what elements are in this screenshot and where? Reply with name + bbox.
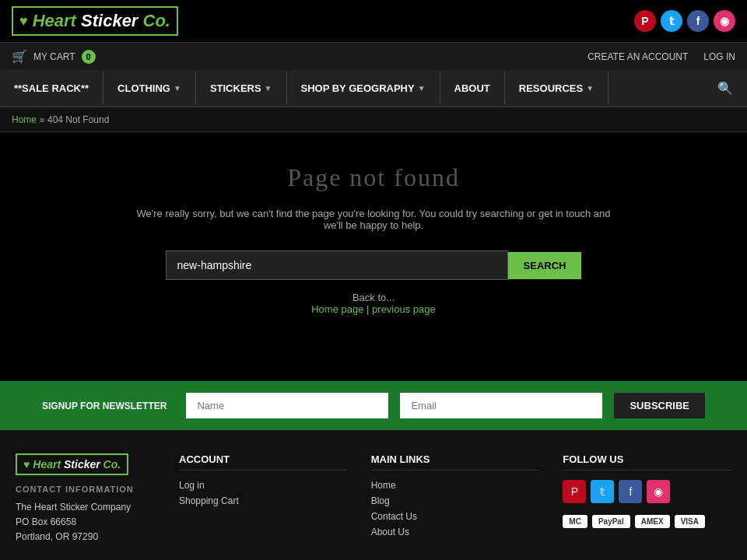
search-row: SEARCH (16, 250, 731, 280)
logo-text: Heart Sticker Co. (33, 11, 170, 31)
previous-page-link[interactable]: previous page (372, 303, 436, 315)
footer-account-section: ACCOUNT Log in Shopping Cart (179, 453, 348, 545)
newsletter-name-input[interactable] (186, 393, 388, 418)
newsletter-label: SIGNUP FOR NEWSLETTER (42, 401, 167, 411)
pinterest-icon[interactable]: P (634, 10, 656, 32)
home-page-link[interactable]: Home page (311, 303, 363, 315)
footer-instagram-icon[interactable]: ◉ (647, 480, 670, 503)
follow-icons: P 𝕥 f ◉ (563, 480, 731, 503)
heart-icon: ♥ (19, 13, 28, 30)
footer-twitter-icon[interactable]: 𝕥 (591, 480, 614, 503)
facebook-icon[interactable]: f (687, 10, 709, 32)
nav-search-button[interactable]: 🔍 (703, 70, 747, 107)
footer-shopping-cart-link[interactable]: Shopping Cart (179, 495, 348, 506)
back-links: Back to... Home page | previous page (16, 292, 731, 315)
amex-icon: AMEX (635, 515, 670, 528)
footer: ♥ Heart Sticker Co. CONTACT INFORMATION … (0, 430, 747, 560)
twitter-icon[interactable]: 𝕥 (661, 10, 682, 32)
stickers-dropdown-icon: ▼ (265, 84, 272, 93)
logo-heart-text: Heart (33, 11, 76, 30)
logo-box: ♥ Heart Sticker Co. (12, 6, 178, 36)
footer-main-links-title: MAIN LINKS (371, 453, 540, 471)
footer-company-name: The Heart Sticker Company PO Box 66658 P… (16, 500, 156, 545)
footer-home-link[interactable]: Home (371, 480, 540, 491)
top-nav: 🛒 MY CART 0 CREATE AN ACCOUNT LOG IN (0, 42, 747, 70)
cart-info[interactable]: 🛒 MY CART 0 (12, 49, 96, 64)
footer-logo-section: ♥ Heart Sticker Co. CONTACT INFORMATION … (16, 453, 156, 545)
geography-dropdown-icon: ▼ (418, 84, 426, 93)
footer-account-title: ACCOUNT (179, 453, 348, 471)
contact-info-title: CONTACT INFORMATION (16, 485, 156, 494)
nav-shop-by-geography[interactable]: SHOP BY GEOGRAPHY ▼ (287, 72, 440, 105)
nav-resources[interactable]: RESOURCES ▼ (505, 72, 608, 105)
breadcrumb-separator: » (40, 114, 45, 125)
footer-login-link[interactable]: Log in (179, 480, 348, 491)
search-button[interactable]: SEARCH (508, 252, 582, 279)
nav-sale-rack[interactable]: **SALE RACK** (0, 72, 103, 105)
footer-logo-text: Heart Sticker Co. (33, 458, 121, 471)
footer-about-us-link[interactable]: About Us (371, 527, 540, 537)
newsletter-section: SIGNUP FOR NEWSLETTER SUBSCRIBE (0, 381, 747, 430)
breadcrumb-home[interactable]: Home (12, 114, 37, 125)
create-account-link[interactable]: CREATE AN ACCOUNT (587, 51, 688, 62)
footer-follow-section: FOLLOW US P 𝕥 f ◉ MC PayPal AMEX VISA (563, 453, 731, 545)
logo-co-text: Co. (143, 11, 170, 30)
mastercard-icon: MC (563, 515, 587, 528)
search-input[interactable] (166, 250, 508, 280)
footer-main-links-section: MAIN LINKS Home Blog Contact Us About Us (371, 453, 540, 545)
nav-clothing[interactable]: CLOTHING ▼ (103, 72, 196, 105)
logo-area[interactable]: ♥ Heart Sticker Co. (12, 6, 178, 36)
instagram-icon[interactable]: ◉ (714, 10, 735, 32)
social-icons: P 𝕥 f ◉ (634, 10, 735, 32)
breadcrumb-current: 404 Not Found (47, 114, 109, 125)
nav-stickers[interactable]: STICKERS ▼ (196, 72, 287, 105)
breadcrumb: Home » 404 Not Found (0, 107, 747, 132)
footer-heart-icon: ♥ (23, 458, 30, 471)
clothing-dropdown-icon: ▼ (174, 84, 181, 93)
cart-label: MY CART (33, 51, 75, 62)
resources-dropdown-icon: ▼ (586, 84, 594, 93)
visa-icon: VISA (675, 515, 705, 528)
main-nav: **SALE RACK** CLOTHING ▼ STICKERS ▼ SHOP… (0, 70, 747, 107)
footer-logo: ♥ Heart Sticker Co. (16, 453, 128, 475)
back-label: Back to... (352, 292, 395, 303)
paypal-icon: PayPal (592, 515, 630, 528)
main-content: Page not found We're really sorry, but w… (0, 132, 747, 381)
top-nav-right: CREATE AN ACCOUNT LOG IN (587, 51, 735, 62)
footer-facebook-icon[interactable]: f (619, 480, 642, 503)
cart-count: 0 (82, 50, 96, 64)
newsletter-email-input[interactable] (400, 393, 602, 418)
payment-icons: MC PayPal AMEX VISA (563, 515, 731, 528)
footer-blog-link[interactable]: Blog (371, 495, 540, 506)
nav-about[interactable]: ABOUT (440, 72, 505, 105)
logo-sticker-text: Sticker (76, 11, 143, 30)
footer-contact-us-link[interactable]: Contact Us (371, 511, 540, 522)
footer-follow-title: FOLLOW US (563, 453, 731, 471)
footer-pinterest-icon[interactable]: P (563, 480, 586, 503)
site-header: ♥ Heart Sticker Co. P 𝕥 f ◉ (0, 0, 747, 42)
error-description: We're really sorry, but we can't find th… (132, 208, 615, 231)
login-link[interactable]: LOG IN (703, 51, 735, 62)
error-title: Page not found (16, 163, 731, 192)
subscribe-button[interactable]: SUBSCRIBE (614, 393, 705, 418)
cart-icon: 🛒 (12, 49, 27, 64)
